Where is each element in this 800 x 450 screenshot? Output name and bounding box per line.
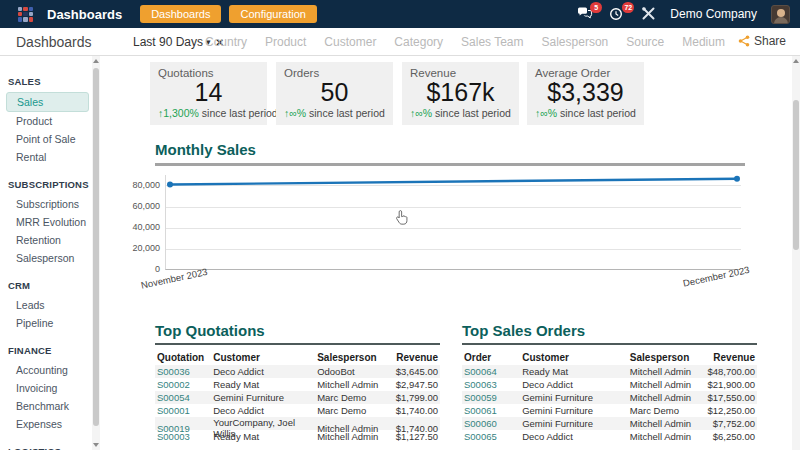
- kpi-value: $3,339: [535, 78, 636, 107]
- top-sales-orders-table: Order Customer Salesperson Revenue S0006…: [462, 350, 757, 443]
- order-link[interactable]: S00059: [464, 392, 522, 403]
- quotation-link[interactable]: S00002: [157, 379, 213, 390]
- sidebar-item-product[interactable]: Product: [0, 112, 92, 130]
- control-bar: Dashboards Last 90 Days ▾ ✕ Country Prod…: [0, 28, 800, 56]
- share-label: Share: [754, 34, 786, 48]
- filter-category[interactable]: Category: [394, 35, 443, 49]
- table-row: S00059 Gemini Furniture Mitchell Admin $…: [462, 391, 757, 404]
- order-link[interactable]: S00063: [464, 379, 522, 390]
- table-row: S00061 Gemini Furniture Marc Demo $12,25…: [462, 404, 757, 417]
- kpi-value: 50: [284, 78, 385, 107]
- filter-customer[interactable]: Customer: [324, 35, 376, 49]
- col-revenue: Revenue: [390, 352, 438, 363]
- table-row: S00019 YourCompany, Joel Willis Mitchell…: [155, 417, 440, 430]
- sidebar-item-sales[interactable]: Sales: [6, 92, 89, 112]
- main-scrollbar-thumb[interactable]: [793, 100, 799, 250]
- top-quotations-divider: [155, 343, 440, 345]
- table-row: S00002 Ready Mat Mitchell Admin $2,947.5…: [155, 378, 440, 391]
- sidebar-section-logistics: LOGISTICS: [8, 446, 92, 450]
- order-link[interactable]: S00060: [464, 418, 522, 429]
- apps-grid-icon[interactable]: [18, 7, 33, 22]
- app-name[interactable]: Dashboards: [47, 7, 122, 22]
- user-menu[interactable]: Demo Company: [670, 7, 757, 21]
- col-customer: Customer: [522, 352, 630, 363]
- table-row: S00060 Gemini Furniture Mitchell Admin $…: [462, 417, 757, 430]
- menu-dashboards[interactable]: Dashboards: [140, 5, 221, 23]
- order-link[interactable]: S00065: [464, 431, 522, 442]
- messages-icon[interactable]: 5: [577, 6, 595, 22]
- order-link[interactable]: S00061: [464, 405, 522, 416]
- main-scrollbar[interactable]: [792, 56, 800, 450]
- ytick-20000: 20,000: [116, 243, 160, 253]
- user-avatar[interactable]: [771, 5, 790, 24]
- active-filter-label[interactable]: Last 90 Days: [133, 35, 203, 49]
- filter-medium[interactable]: Medium: [682, 35, 725, 49]
- order-link[interactable]: S00064: [464, 366, 522, 377]
- sidebar-section-finance: FINANCE: [8, 345, 92, 356]
- ytick-80000: 80,000: [116, 180, 160, 190]
- scroll-down-icon[interactable]: [93, 443, 99, 447]
- monthly-sales-plot[interactable]: [165, 175, 740, 270]
- sidebar-item-point-of-sale[interactable]: Point of Sale: [0, 130, 92, 148]
- share-button[interactable]: Share: [738, 34, 786, 48]
- sidebar-item-rental[interactable]: Rental: [0, 148, 92, 166]
- filter-source[interactable]: Source: [626, 35, 664, 49]
- sidebar-scrollbar[interactable]: [92, 56, 100, 450]
- menu-configuration[interactable]: Configuration: [229, 5, 316, 23]
- quotation-link[interactable]: S00003: [157, 431, 213, 442]
- sidebar-item-leads[interactable]: Leads: [0, 296, 92, 314]
- filter-sales-team[interactable]: Sales Team: [461, 35, 523, 49]
- monthly-sales-title: Monthly Sales: [155, 141, 256, 158]
- global-filters: Country Product Customer Category Sales …: [205, 35, 725, 49]
- sidebar-item-subscriptions[interactable]: Subscriptions: [0, 195, 92, 213]
- table-row: S00036 Deco Addict OdooBot $3,645.00: [155, 365, 440, 378]
- ytick-40000: 40,000: [116, 222, 160, 232]
- sidebar-item-benchmark[interactable]: Benchmark: [0, 397, 92, 415]
- col-quotation: Quotation: [157, 352, 213, 363]
- table-header: Order Customer Salesperson Revenue: [462, 350, 757, 365]
- filter-country[interactable]: Country: [205, 35, 247, 49]
- quotation-link[interactable]: S00054: [157, 392, 213, 403]
- table-header: Quotation Customer Salesperson Revenue: [155, 350, 440, 365]
- sidebar-scrollbar-thumb[interactable]: [93, 68, 99, 426]
- kpi-card-revenue: Revenue $167k ↑∞% since last period: [402, 62, 519, 125]
- quotation-link[interactable]: S00001: [157, 405, 213, 416]
- scroll-up-icon[interactable]: [93, 59, 99, 63]
- sidebar-item-salesperson[interactable]: Salesperson: [0, 249, 92, 267]
- kpi-delta: ↑∞% since last period: [535, 107, 636, 119]
- monthly-sales-divider: [155, 163, 745, 166]
- sidebar-item-mrr-evolution[interactable]: MRR Evolution: [0, 213, 92, 231]
- kpi-card-orders: Orders 50 ↑∞% since last period: [276, 62, 393, 125]
- quotation-link[interactable]: S00036: [157, 366, 213, 377]
- sidebar-item-invoicing[interactable]: Invoicing: [0, 379, 92, 397]
- activities-icon[interactable]: 72: [609, 6, 627, 22]
- filter-product[interactable]: Product: [265, 35, 306, 49]
- kpi-value: 14: [158, 78, 259, 107]
- scroll-up-icon[interactable]: [793, 59, 799, 63]
- debug-tools-icon[interactable]: [641, 6, 656, 22]
- wrench-screwdriver-icon: [641, 6, 656, 21]
- filter-salesperson[interactable]: Salesperson: [542, 35, 609, 49]
- dashboard-sidebar: SALES Sales Product Point of Sale Rental…: [0, 56, 92, 450]
- top-quotations-title: Top Quotations: [155, 322, 265, 339]
- sidebar-section-sales: SALES: [8, 76, 92, 87]
- col-salesperson: Salesperson: [317, 352, 390, 363]
- dashboards-app-window: Dashboards Dashboards Configuration 5 72: [0, 0, 800, 450]
- ytick-0: 0: [116, 264, 160, 274]
- sidebar-item-accounting[interactable]: Accounting: [0, 361, 92, 379]
- col-order: Order: [464, 352, 522, 363]
- kpi-delta: ↑∞% since last period: [410, 107, 511, 119]
- table-row: S00001 Deco Addict Marc Demo $1,740.00: [155, 404, 440, 417]
- sidebar-item-retention[interactable]: Retention: [0, 231, 92, 249]
- sidebar-item-pipeline[interactable]: Pipeline: [0, 314, 92, 332]
- sidebar-item-expenses[interactable]: Expenses: [0, 415, 92, 433]
- ytick-60000: 60,000: [116, 201, 160, 211]
- top-navbar: Dashboards Dashboards Configuration 5 72: [0, 0, 800, 28]
- sidebar-section-subscriptions: SUBSCRIPTIONS: [8, 179, 92, 190]
- table-row: S00003 Ready Mat Mitchell Admin $1,127.5…: [155, 430, 440, 443]
- mouse-cursor-icon: [395, 210, 409, 230]
- kpi-card-average-order: Average Order $3,339 ↑∞% since last peri…: [527, 62, 644, 125]
- kpi-delta: ↑1,300% since last period: [158, 107, 259, 119]
- activities-badge: 72: [622, 2, 634, 13]
- table-row: S00063 Deco Addict Mitchell Admin $21,90…: [462, 378, 757, 391]
